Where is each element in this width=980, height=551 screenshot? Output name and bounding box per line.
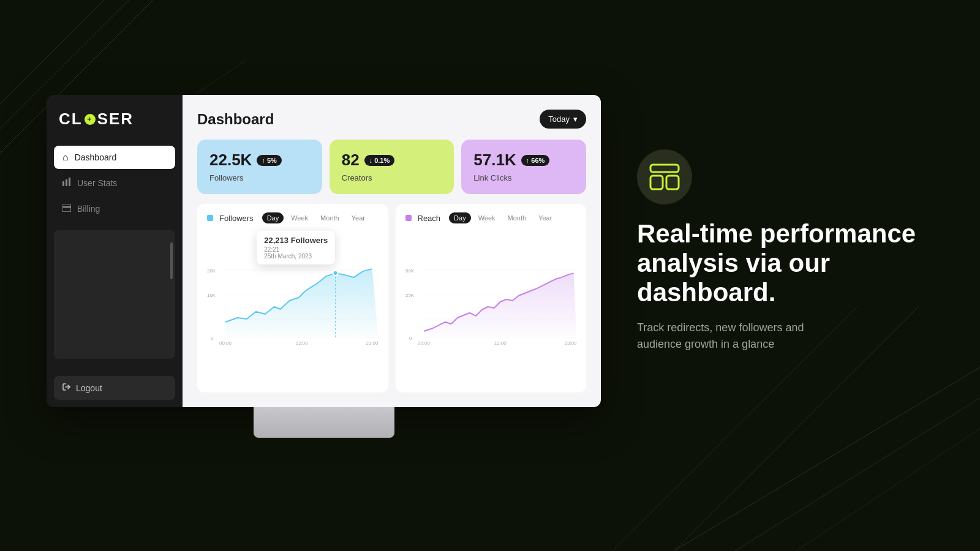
logo-icon [85, 114, 96, 125]
linkclicks-badge: ↑ 66% [521, 155, 550, 166]
creators-label: Creators [342, 173, 372, 182]
nav-menu: ⌂ Dashboard User Stats Billing [47, 146, 183, 220]
svg-rect-36 [650, 165, 679, 172]
sidebar-item-dashboard-label: Dashboard [75, 152, 117, 162]
period-selector[interactable]: Today ▾ [540, 110, 586, 129]
followers-value: 22.5K [209, 151, 252, 170]
stat-card-followers: 22.5K ↑ 5% Followers [197, 140, 322, 194]
charts-row: Followers Day Week Month Year [197, 204, 586, 392]
reach-period-year[interactable]: Year [533, 212, 557, 223]
followers-chart-svg: 20K 10K 0 00:00 [207, 230, 379, 384]
svg-rect-38 [666, 176, 679, 189]
reach-dot [405, 215, 412, 221]
reach-chart-header: Reach Day Week Month Year [405, 212, 577, 223]
dashboard-title: Dashboard [197, 111, 274, 128]
followers-period-group: Day Week Month Year [262, 212, 370, 223]
followers-period-month[interactable]: Month [315, 212, 344, 223]
stat-card-linkclicks: 57.1K ↑ 66% Link Clicks [461, 140, 586, 194]
reach-period-month[interactable]: Month [503, 212, 532, 223]
svg-rect-9 [62, 181, 64, 186]
creators-badge: ↓ 0.1% [364, 155, 395, 166]
dashboard-icon [649, 163, 680, 190]
monitor-screen: CL SER ⌂ Dashboard User Stats [47, 95, 601, 407]
svg-rect-12 [62, 204, 71, 212]
reach-chart-label: Reach [418, 214, 441, 223]
sidebar-item-userstats-label: User Stats [77, 178, 117, 188]
billing-icon [62, 203, 71, 214]
stat-card-creators: 82 ↓ 0.1% Creators [330, 140, 454, 194]
dashboard-main: Dashboard Today ▾ 22.5K ↑ 5% Followers [183, 95, 601, 407]
logout-label: Logout [76, 383, 102, 393]
icon-badge [637, 149, 692, 204]
followers-label: Followers [209, 173, 244, 182]
reach-period-day[interactable]: Day [449, 212, 471, 223]
followers-chart-body: 20K 10K 0 00:00 [207, 230, 379, 384]
panel-subtext: Track redirects, new followers and audie… [637, 320, 845, 353]
svg-text:00:00: 00:00 [219, 340, 232, 346]
sidebar-item-billing-label: Billing [77, 204, 100, 214]
svg-text:20K: 20K [207, 268, 216, 274]
svg-text:12:00: 12:00 [494, 340, 507, 346]
period-label: Today [548, 114, 570, 124]
followers-chart-header: Followers Day Week Month Year [207, 212, 379, 223]
linkclicks-label: Link Clicks [473, 173, 511, 182]
svg-text:25K: 25K [405, 293, 415, 298]
right-panel: Real-time performance analysis via our d… [600, 95, 980, 407]
followers-period-year[interactable]: Year [347, 212, 370, 223]
followers-period-day[interactable]: Day [262, 212, 284, 223]
svg-text:50K: 50K [405, 268, 415, 274]
svg-rect-13 [62, 206, 71, 208]
creators-value: 82 [342, 151, 360, 170]
monitor-stand [47, 407, 601, 438]
reach-period-group: Day Week Month Year [449, 212, 557, 223]
logo-text-cl: CL [59, 110, 83, 129]
logout-icon [62, 383, 71, 393]
chevron-down-icon: ▾ [573, 114, 578, 124]
sidebar-spacer [54, 230, 175, 359]
svg-text:00:00: 00:00 [417, 340, 430, 346]
followers-chart-label: Followers [219, 214, 254, 223]
stand-neck [254, 407, 394, 438]
main-wrapper: CL SER ⌂ Dashboard User Stats [0, 0, 980, 551]
panel-heading: Real-time performance analysis via our d… [637, 219, 943, 308]
logo: CL SER [59, 110, 170, 129]
svg-text:23:00: 23:00 [366, 340, 379, 346]
svg-text:10K: 10K [207, 293, 216, 298]
logo-text-ser: SER [97, 110, 134, 129]
stat-cards: 22.5K ↑ 5% Followers 82 ↓ 0.1% Creators … [197, 140, 586, 194]
linkclicks-value: 57.1K [473, 151, 516, 170]
reach-period-week[interactable]: Week [473, 212, 500, 223]
logout-button[interactable]: Logout [54, 376, 175, 400]
reach-chart-body: 50K 25K 0 00:00 12:00 23:00 [405, 230, 577, 384]
reach-chart-card: Reach Day Week Month Year [396, 204, 587, 392]
followers-badge: ↑ 5% [257, 155, 281, 166]
logout-area: Logout [47, 369, 183, 407]
logo-area: CL SER [47, 110, 183, 146]
svg-text:12:00: 12:00 [296, 340, 309, 346]
svg-rect-37 [650, 176, 663, 189]
sidebar-item-user-stats[interactable]: User Stats [54, 171, 175, 195]
home-icon: ⌂ [62, 152, 69, 163]
bar-chart-icon [62, 178, 71, 189]
svg-text:23:00: 23:00 [564, 340, 576, 346]
followers-dot [207, 215, 213, 221]
sidebar-item-billing[interactable]: Billing [54, 197, 175, 220]
svg-text:0: 0 [211, 335, 214, 341]
dashboard-header: Dashboard Today ▾ [197, 110, 586, 129]
scroll-thumb[interactable] [170, 242, 173, 279]
svg-rect-11 [69, 178, 70, 186]
svg-text:0: 0 [409, 335, 412, 341]
sidebar-item-dashboard[interactable]: ⌂ Dashboard [54, 146, 175, 169]
followers-period-week[interactable]: Week [286, 212, 313, 223]
followers-chart-card: Followers Day Week Month Year [197, 204, 388, 392]
reach-chart-svg: 50K 25K 0 00:00 12:00 23:00 [405, 230, 577, 384]
svg-rect-10 [66, 179, 67, 186]
sidebar: CL SER ⌂ Dashboard User Stats [47, 95, 183, 407]
